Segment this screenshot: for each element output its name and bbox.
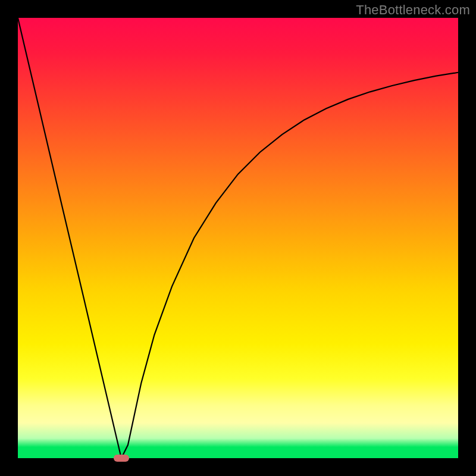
watermark-text: TheBottleneck.com [356,2,470,18]
optimal-marker [114,455,129,462]
plot-area [18,18,458,458]
curve-svg [18,18,458,458]
bottleneck-curve [18,18,458,458]
chart-frame: TheBottleneck.com [0,0,476,476]
